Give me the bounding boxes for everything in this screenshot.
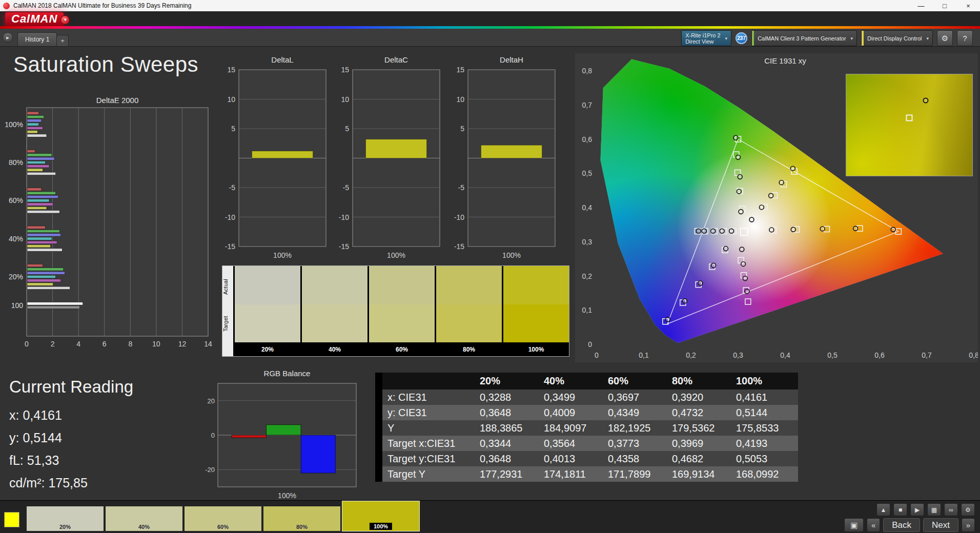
logo-menu-caret-icon[interactable]: ▼	[60, 15, 70, 25]
svg-text:-5: -5	[343, 183, 350, 192]
back-button[interactable]: Back	[883, 518, 920, 532]
table-cell: 174,1811	[542, 468, 606, 480]
measured-point	[739, 210, 743, 214]
actual-target-swatch-panel: Actual Target 20%40%60%80%100%	[222, 265, 569, 357]
actual-label: Actual	[222, 270, 233, 304]
stop-icon[interactable]: ■	[893, 503, 907, 516]
meter-count-badge[interactable]: 237	[736, 32, 747, 44]
help-icon[interactable]: ?	[957, 30, 973, 46]
measured-point	[666, 317, 670, 322]
table-row: x: CIE310,32880,34990,36970,39200,4161	[375, 389, 798, 405]
target-swatch	[235, 304, 300, 342]
svg-text:100%: 100%	[387, 251, 405, 259]
pattern-swatch-label: 40%	[138, 524, 150, 530]
measured-point	[769, 193, 773, 198]
chevron-down-icon: ▾	[926, 36, 929, 41]
pattern-source-dropdown[interactable]: CalMAN Client 3 Pattern Generator ▾	[751, 30, 857, 46]
delta-h-chart: DeltaH15105-5-10-15100%	[447, 54, 558, 264]
table-cell: 0,4193	[734, 438, 798, 449]
svg-text:10: 10	[456, 95, 464, 104]
svg-text:0: 0	[595, 351, 599, 359]
continuous-read-icon[interactable]: ∞	[944, 503, 958, 516]
row-label: x: CIE31	[382, 392, 478, 403]
play-icon[interactable]: ▶	[910, 503, 924, 516]
close-button[interactable]: ×	[956, 0, 980, 11]
calman-window: CalMAN 2018 CalMAN Ultimate for Business…	[0, 0, 980, 533]
pattern-window-icon[interactable]: ▦	[927, 503, 941, 516]
row-label: Target y:CIE31	[382, 453, 478, 465]
svg-text:40%: 40%	[9, 235, 23, 243]
table-cell: 0,4358	[606, 453, 670, 465]
measured-point	[711, 263, 716, 268]
maximize-button[interactable]: □	[933, 0, 956, 11]
display-control-dropdown[interactable]: Direct Display Control ▾	[861, 30, 933, 46]
svg-text:0: 0	[588, 340, 592, 348]
measured-point	[733, 135, 738, 140]
swatch-side-labels: Actual Target	[222, 266, 233, 356]
svg-text:-15: -15	[454, 242, 464, 251]
meter-dropdown[interactable]: X-Rite i1Pro 2 Direct View ▾	[681, 30, 731, 46]
target-swatch	[369, 304, 435, 342]
table-header: 40%	[542, 375, 606, 387]
svg-text:DeltaL: DeltaL	[271, 55, 293, 64]
pattern-swatch[interactable]: 80%	[263, 506, 340, 531]
svg-text:-10: -10	[225, 213, 235, 221]
measured-point	[741, 262, 746, 266]
measured-point	[683, 299, 687, 303]
row-label: y: CIE31	[382, 407, 478, 419]
table-header: 60%	[606, 375, 670, 387]
calman-logo[interactable]: CalMAN ▼	[5, 12, 70, 27]
svg-text:-15: -15	[339, 242, 349, 251]
pattern-strip: 20%40%60%80%100%	[27, 501, 419, 531]
actual-swatch	[369, 266, 435, 304]
svg-text:10: 10	[152, 340, 160, 348]
table-cell: 175,8533	[734, 422, 798, 434]
tab-history-1[interactable]: History 1	[17, 32, 57, 46]
svg-text:0,7: 0,7	[922, 351, 932, 359]
swatch-column: 100%	[503, 266, 569, 356]
add-tab-button[interactable]: +	[56, 35, 69, 46]
collapse-arrow-icon[interactable]: ▸	[3, 32, 13, 43]
pattern-swatch[interactable]: 20%	[27, 506, 104, 531]
cie-zoom-inset	[846, 74, 973, 176]
measured-point	[696, 229, 701, 233]
svg-text:2: 2	[51, 340, 55, 348]
row-label: Y	[382, 422, 478, 434]
inset-target-point	[906, 115, 913, 121]
measured-point	[738, 175, 742, 179]
table-cell: 168,0992	[734, 468, 798, 480]
measured-point	[743, 276, 747, 281]
measured-point	[779, 180, 784, 185]
table-cell: 184,9097	[542, 422, 606, 434]
back-chevron-icon[interactable]: «	[867, 518, 880, 532]
svg-text:DeltaC: DeltaC	[384, 55, 408, 64]
minimize-button[interactable]: —	[909, 0, 933, 11]
svg-text:0,3: 0,3	[733, 351, 743, 359]
panel-up-icon[interactable]: ▲	[876, 503, 890, 516]
table-header: 80%	[670, 375, 734, 387]
settings-gear-icon[interactable]: ⚙	[937, 30, 953, 46]
svg-text:0,7: 0,7	[582, 101, 593, 109]
svg-text:100%: 100%	[5, 120, 23, 129]
meter-name: X-Rite i1Pro 2	[685, 32, 720, 38]
svg-text:0,8: 0,8	[582, 67, 593, 75]
table-cell: 0,4349	[606, 407, 670, 419]
svg-text:6: 6	[103, 340, 107, 348]
transport-icons: ▲■▶▦∞⚙	[876, 503, 975, 516]
swatch-percent-label: 100%	[503, 342, 569, 356]
measured-point	[698, 281, 703, 285]
settings-icon[interactable]: ⚙	[961, 503, 975, 516]
pattern-window-button[interactable]: ▣	[844, 518, 864, 532]
table-cell: 0,3648	[478, 453, 542, 465]
svg-text:0,5: 0,5	[827, 351, 838, 359]
pattern-swatch[interactable]: 100%	[342, 501, 419, 531]
pattern-swatch[interactable]: 40%	[106, 506, 182, 531]
display-accent	[862, 31, 864, 46]
transport-controls: ▲■▶▦∞⚙ ▣ « Back Next »	[844, 503, 975, 532]
svg-text:12: 12	[178, 340, 187, 348]
svg-text:8: 8	[128, 340, 132, 348]
pattern-swatch[interactable]: 60%	[185, 506, 261, 531]
next-chevron-icon[interactable]: »	[962, 518, 975, 532]
table-row: Target Y177,2931174,1811171,7899169,9134…	[375, 466, 798, 482]
next-button[interactable]: Next	[923, 518, 958, 532]
